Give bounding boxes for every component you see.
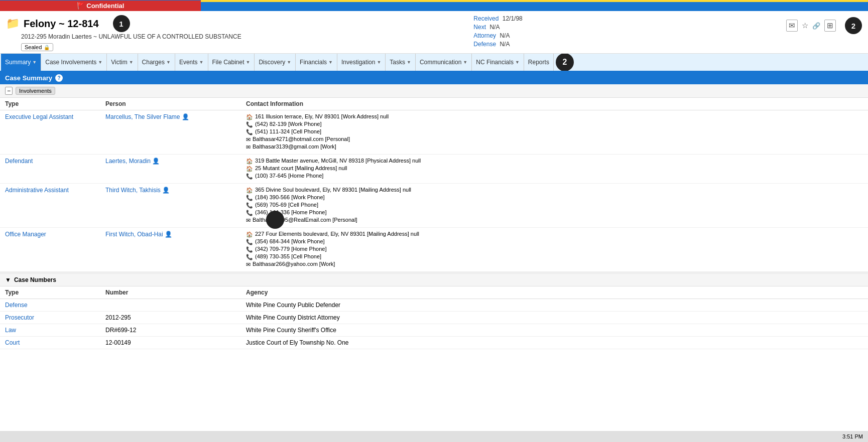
collapse-icon[interactable]: − [5, 87, 13, 95]
nav-item-investigation[interactable]: Investigation ▼ [337, 54, 386, 71]
contact-text: (541) 111-324 [Cell Phone] [255, 128, 321, 134]
home-icon: 🏠 [246, 231, 253, 238]
case-number-agency: White Pine County District Attorney [241, 312, 868, 324]
contact-line: 📞(489) 730-355 [Cell Phone] [246, 253, 863, 260]
case-number-type-link[interactable]: Court [5, 339, 20, 346]
received-value: 12/1/98 [503, 15, 523, 22]
folder-icon: 📁 [6, 17, 20, 30]
grid-icon[interactable]: ⊞ [824, 20, 836, 32]
contact-text: 227 Four Elements boulevard, Ely, NV 893… [255, 231, 419, 237]
case-numbers-title: Case Numbers [14, 276, 56, 283]
involvements-header: − Involvements [0, 84, 868, 98]
person-icon: 👤 [152, 158, 160, 165]
cn-col-type: Type [0, 286, 100, 299]
email-icon[interactable]: ✉ [786, 20, 798, 32]
contact-line: ✉Balthasar3895@RealEmail.com [Personal] [246, 217, 863, 224]
contact-text: (569) 705-69 [Cell Phone] [255, 202, 318, 208]
contact-text: Balthasar266@yahoo.com [Work] [253, 261, 335, 267]
table-row: DefenseWhite Pine County Public Defender [0, 299, 868, 312]
case-title: 📁 Felony ~ 12-814 1 [6, 15, 241, 32]
table-row: Prosecutor2012-295White Pine County Dist… [0, 312, 868, 324]
email-icon: ✉ [246, 261, 251, 268]
nav-item-financials[interactable]: Financials ▼ [296, 54, 337, 71]
phone-icon: 📞 [246, 210, 253, 216]
nav-bar: Summary ▼ Case Involvements ▼ Victim ▼ C… [0, 54, 868, 72]
meta-attorney: Attorney N/A [473, 32, 574, 39]
contact-text: 365 Divine Soul boulevard, Ely, NV 89301… [255, 187, 411, 193]
nav-item-file-cabinet[interactable]: File Cabinet ▼ [208, 54, 255, 71]
meta-next: Next N/A [473, 24, 574, 31]
case-summary-section: Case Summary ? − Involvements Type Perso… [0, 72, 868, 272]
attorney-value: N/A [500, 32, 510, 39]
nav-item-summary[interactable]: Summary ▼ [1, 54, 41, 71]
contact-line: 📞(346) 144-336 [Home Phone] [246, 209, 863, 216]
nav-item-case-involvements[interactable]: Case Involvements ▼ [41, 54, 107, 71]
case-number-type-link[interactable]: Prosecutor [5, 314, 34, 321]
defense-value: N/A [500, 41, 510, 48]
contact-line: 🏠227 Four Elements boulevard, Ely, NV 89… [246, 231, 863, 238]
case-number-agency: Justice Court of Ely Township No. One [241, 337, 868, 349]
involvement-type-link[interactable]: Administrative Assistant [5, 187, 69, 194]
case-number-type-link[interactable]: Defense [5, 302, 28, 309]
phone-icon: 📞 [246, 129, 253, 135]
table-row: Executive Legal AssistantMarcellus, The … [0, 110, 868, 155]
person-link[interactable]: Third Witch, Takhisis [105, 187, 161, 194]
contact-text: Balthasar3139@gmail.com [Work] [253, 143, 336, 150]
contact-line: 📞(342) 709-779 [Home Phone] [246, 246, 863, 253]
contact-line: 📞(100) 37-645 [Home Phone] [246, 173, 863, 180]
contact-text: Balthasar4271@hotmail.com [Personal] [253, 136, 350, 142]
star-icon[interactable]: ☆ [802, 21, 808, 30]
nav-item-events[interactable]: Events ▼ [175, 54, 208, 71]
email-icon: ✉ [246, 144, 251, 151]
case-subtitle: 2012-295 Moradin Laertes ~ UNLAWFUL USE … [21, 33, 241, 40]
next-value: N/A [489, 24, 500, 31]
nav-item-nc-financials[interactable]: NC Financials ▼ [472, 54, 524, 71]
nav-item-tasks[interactable]: Tasks ▼ [386, 54, 416, 71]
involvements-table-header: Type Person Contact Information [0, 98, 868, 110]
link-icon[interactable]: 🔗 [812, 22, 820, 30]
contact-text: (184) 390-566 [Work Phone] [255, 194, 325, 200]
meta-defense: Defense N/A [473, 41, 574, 48]
involvements-tag[interactable]: Involvements [16, 87, 55, 95]
contact-line: 📞(542) 82-139 [Work Phone] [246, 121, 863, 128]
table-row: Administrative AssistantThird Witch, Tak… [0, 184, 868, 228]
person-link[interactable]: Marcellus, The Silver Flame [105, 113, 180, 120]
contact-line: 🏠319 Battle Master avenue, McGill, NV 89… [246, 158, 863, 165]
case-numbers-collapse-icon[interactable]: ▼ [5, 276, 11, 283]
step-circle-1: 1 [113, 15, 130, 32]
section-heading: Case Summary ? [0, 72, 868, 84]
case-number-agency: White Pine County Public Defender [241, 299, 868, 312]
col-contact-info: Contact Information [241, 98, 868, 110]
person-link[interactable]: Laertes, Moradin [105, 158, 151, 165]
next-label: Next [473, 24, 486, 31]
table-row: DefendantLaertes, Moradin 👤🏠319 Battle M… [0, 155, 868, 184]
case-number-agency: White Pine County Sheriff's Office [241, 324, 868, 337]
case-numbers-section: ▼ Case Numbers Type Number Agency Defens… [0, 272, 868, 349]
case-numbers-header[interactable]: ▼ Case Numbers [0, 272, 868, 286]
contact-line: ✉Balthasar3139@gmail.com [Work] [246, 143, 863, 151]
sealed-label: Sealed [25, 44, 42, 50]
person-link[interactable]: First Witch, Obad-Hai [105, 231, 163, 238]
phone-icon: 📞 [246, 195, 253, 201]
contact-text: (342) 709-779 [Home Phone] [255, 246, 326, 252]
nav-item-communication[interactable]: Communication ▼ [416, 54, 472, 71]
confidential-bar: 🚩 Confidential [0, 1, 201, 11]
nav-item-charges[interactable]: Charges ▼ [138, 54, 175, 71]
person-icon: 👤 [162, 187, 170, 194]
sealed-badge[interactable]: Sealed 🔒 [21, 43, 53, 51]
communication-dropdown-icon: ▼ [463, 60, 467, 65]
case-number-type-link[interactable]: Law [5, 327, 16, 334]
phone-icon: 📞 [246, 239, 253, 245]
case-action-icons: ✉ ☆ 🔗 ⊞ 2 [786, 17, 862, 34]
nav-item-reports[interactable]: Reports [524, 54, 554, 71]
investigation-dropdown-icon: ▼ [377, 60, 381, 65]
help-icon[interactable]: ? [55, 74, 63, 82]
involvement-type-link[interactable]: Executive Legal Assistant [5, 113, 73, 120]
nav-item-victim[interactable]: Victim ▼ [107, 54, 138, 71]
case-number-value [100, 299, 241, 312]
case-number-value: 12-00149 [100, 337, 241, 349]
involvement-type-link[interactable]: Defendant [5, 158, 33, 165]
financials-dropdown-icon: ▼ [328, 60, 333, 65]
involvement-type-link[interactable]: Office Manager [5, 231, 46, 238]
nav-item-discovery[interactable]: Discovery ▼ [255, 54, 296, 71]
